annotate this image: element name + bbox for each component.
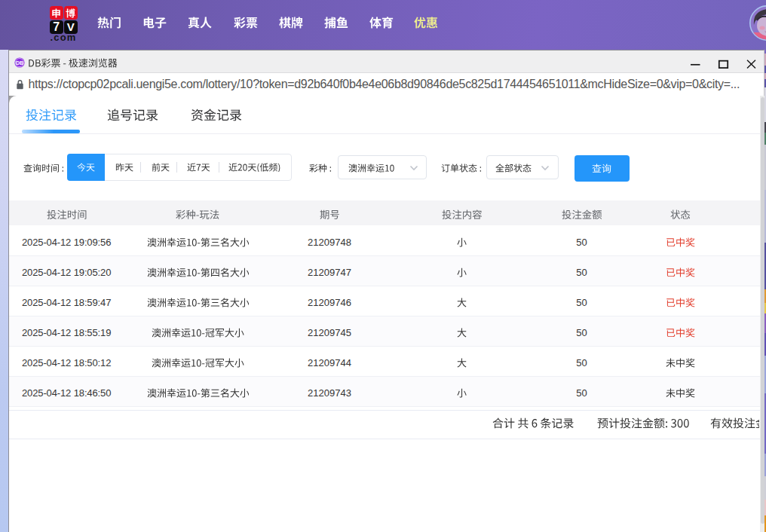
svg-text:DB: DB (15, 60, 23, 66)
